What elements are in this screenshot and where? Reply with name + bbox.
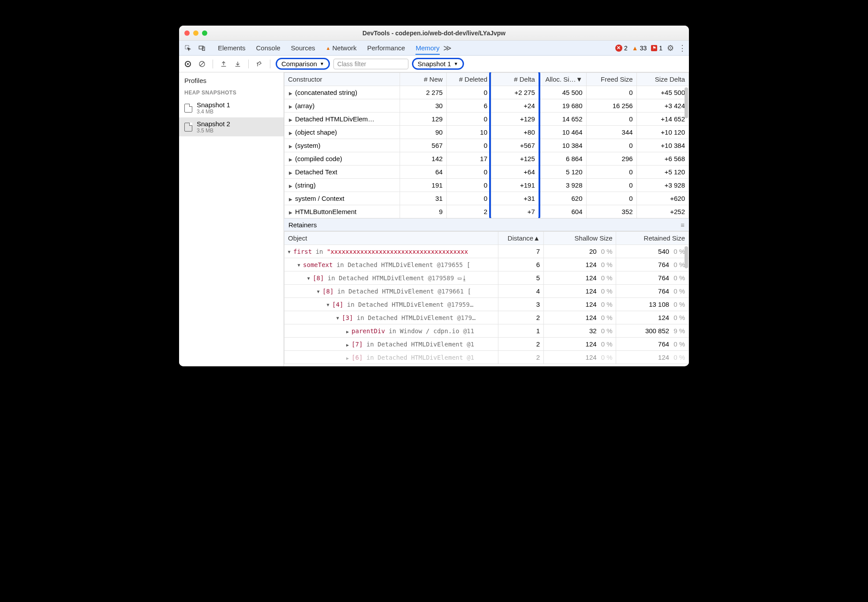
view-mode-select[interactable]: Comparison▼ — [276, 58, 330, 70]
tab-memory[interactable]: Memory — [415, 44, 439, 55]
file-icon — [184, 123, 192, 132]
window-title: DevTools - codepen.io/web-dot-dev/live/L… — [179, 30, 689, 37]
retainer-row[interactable]: parentDiv in Window / cdpn.io @11 1320 %… — [284, 324, 689, 338]
hamburger-icon[interactable]: ≡ — [681, 221, 685, 229]
zoom-icon[interactable] — [202, 30, 207, 36]
retainer-row[interactable]: [8] in Detached HTMLDivElement @179661 [… — [284, 285, 689, 298]
file-icon — [184, 104, 192, 113]
column-header[interactable]: Size Delta — [636, 73, 688, 86]
sidebar-heading: Profiles — [179, 72, 284, 87]
record-button[interactable] — [183, 59, 193, 69]
clear-button[interactable] — [197, 59, 207, 69]
more-tabs[interactable]: ≫ — [441, 43, 454, 53]
chevron-down-icon: ▼ — [454, 61, 458, 66]
column-header[interactable]: # New — [400, 73, 447, 86]
chevron-down-icon: ▼ — [320, 61, 324, 66]
retainer-row[interactable]: first in "xxxxxxxxxxxxxxxxxxxxxxxxxxxxxx… — [284, 245, 689, 258]
column-header[interactable]: # Delta — [491, 73, 539, 86]
retainer-row[interactable]: [8] in Detached HTMLDivElement @179589 ▭… — [284, 271, 689, 285]
close-icon[interactable] — [184, 30, 190, 36]
column-header[interactable]: Constructor — [284, 73, 400, 86]
tab-console[interactable]: Console — [256, 44, 281, 52]
column-header[interactable]: Object — [284, 232, 498, 245]
constructors-table: Constructor# New# Deleted# DeltaAlloc. S… — [284, 72, 689, 218]
titlebar: DevTools - codepen.io/web-dot-dev/live/L… — [179, 26, 689, 41]
table-row[interactable]: (array)306+2419 68016 256+3 424 — [284, 99, 689, 113]
table-row[interactable]: (system)5670+56710 3840+10 384 — [284, 139, 689, 152]
svg-line-4 — [200, 62, 204, 66]
tab-sources[interactable]: Sources — [291, 44, 315, 52]
retainer-row[interactable]: someText in Detached HTMLDivElement @179… — [284, 258, 689, 271]
tab-network[interactable]: Network — [326, 44, 357, 52]
retainer-row[interactable]: [3] in Detached HTMLDivElement @179… 212… — [284, 311, 689, 324]
table-row[interactable]: (compiled code)14217+1256 864296+6 568 — [284, 152, 689, 166]
table-row[interactable]: HTMLButtonElement92+7604352+252 — [284, 205, 689, 218]
minimize-icon[interactable] — [193, 30, 198, 36]
baseline-select[interactable]: Snapshot 1▼ — [412, 58, 464, 70]
memory-toolbar: Comparison▼ Class filter Snapshot 1▼ — [179, 56, 689, 72]
issues-count[interactable]: ⚑1 — [651, 45, 662, 52]
panel-tabs: ElementsConsoleSourcesNetworkPerformance… — [179, 41, 689, 56]
column-header[interactable]: Freed Size — [586, 73, 636, 86]
retainer-row[interactable]: [7] in Detached HTMLDivElement @1 21240 … — [284, 338, 689, 351]
tab-elements[interactable]: Elements — [218, 44, 246, 52]
settings-icon[interactable]: ⚙ — [667, 43, 674, 53]
column-header[interactable]: Retained Size — [616, 232, 689, 245]
table-row[interactable]: (object shape)9010+8010 464344+10 120 — [284, 126, 689, 139]
table-row[interactable]: Detached Text640+645 1200+5 120 — [284, 166, 689, 179]
scrollbar[interactable] — [685, 246, 688, 268]
save-icon[interactable] — [232, 59, 243, 69]
kebab-icon[interactable]: ⋮ — [678, 43, 686, 53]
warning-count[interactable]: ▲33 — [632, 45, 647, 52]
column-header[interactable]: Shallow Size — [544, 232, 616, 245]
sidebar-section: HEAP SNAPSHOTS — [179, 87, 284, 98]
column-header[interactable]: Alloc. Si…▼ — [539, 73, 586, 86]
gc-icon[interactable] — [254, 59, 265, 69]
devtools-window: DevTools - codepen.io/web-dot-dev/live/L… — [179, 26, 689, 366]
retainer-row[interactable]: [4] in Detached HTMLDivElement @17959… 3… — [284, 298, 689, 311]
inspect-icon[interactable] — [182, 43, 194, 53]
profiles-sidebar: Profiles HEAP SNAPSHOTS Snapshot 13.4 MB… — [179, 72, 284, 366]
table-row[interactable]: Detached HTMLDivElem…1290+12914 6520+14 … — [284, 113, 689, 126]
snapshot-item[interactable]: Snapshot 13.4 MB — [179, 98, 284, 117]
table-row[interactable]: (string)1910+1913 9280+3 928 — [284, 179, 689, 192]
retainers-table: ObjectDistance▲Shallow SizeRetained Size… — [284, 231, 689, 366]
device-toggle-icon[interactable] — [196, 43, 208, 53]
load-icon[interactable] — [218, 59, 229, 69]
tab-performance[interactable]: Performance — [367, 44, 405, 52]
window-controls — [184, 30, 207, 36]
comparison-view: Constructor# New# Deleted# DeltaAlloc. S… — [284, 72, 689, 366]
retainers-header: Retainers ≡ — [284, 218, 689, 231]
table-row[interactable]: system / Context310+316200+620 — [284, 192, 689, 205]
scrollbar[interactable] — [685, 87, 688, 118]
table-row[interactable]: (concatenated string)2 2750+2 27545 5000… — [284, 86, 689, 99]
snapshot-item[interactable]: Snapshot 23.5 MB — [179, 117, 284, 136]
column-header[interactable]: Distance▲ — [498, 232, 544, 245]
column-header[interactable]: # Deleted — [446, 73, 491, 86]
class-filter-input[interactable]: Class filter — [333, 59, 408, 69]
retainer-row[interactable]: [6] in Detached HTMLDivElement @1 21240 … — [284, 351, 689, 364]
error-count[interactable]: ✕2 — [615, 45, 628, 52]
